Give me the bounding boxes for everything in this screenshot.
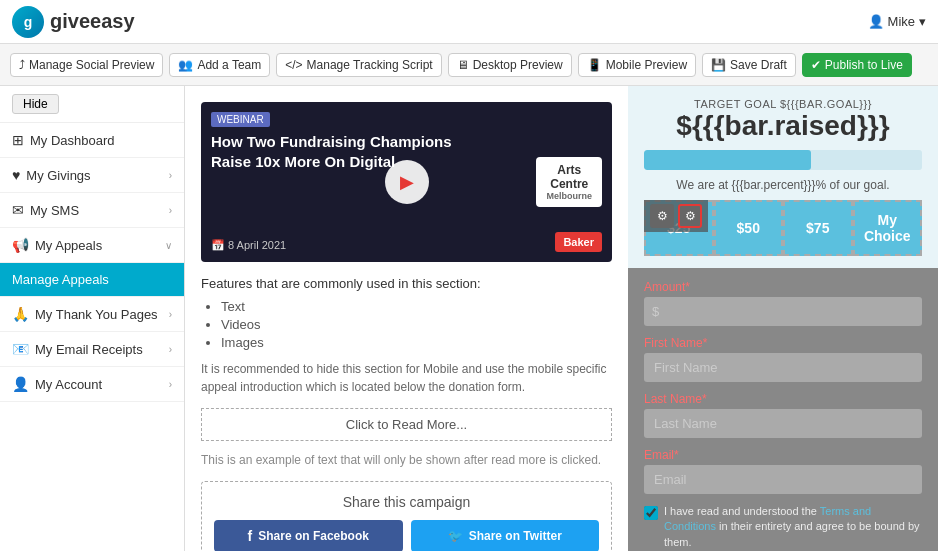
save-label: Save Draft	[730, 58, 787, 72]
amount-label: Amount*	[644, 280, 922, 294]
mobile-icon: 📱	[587, 58, 602, 72]
sidebar-item-appeals[interactable]: 📢 My Appeals ∨	[0, 228, 184, 263]
dollar-sign: $	[644, 297, 667, 326]
features-list: Text Videos Images	[221, 299, 612, 350]
logo-text: giveeasy	[50, 10, 135, 33]
settings-icon-2[interactable]: ⚙	[678, 204, 702, 228]
account-icon: 👤	[12, 376, 29, 392]
mobile-preview-button[interactable]: 📱 Mobile Preview	[578, 53, 696, 77]
appeals-icon: 📢	[12, 237, 29, 253]
sidebar-item-label: My Account	[35, 377, 102, 392]
first-name-group: First Name*	[644, 336, 922, 382]
thank-you-icon: 🙏	[12, 306, 29, 322]
video-logo: Arts Centre Melbourne	[536, 157, 602, 207]
center-content: WEBINAR How Two Fundraising Champions Ra…	[185, 86, 628, 551]
chevron-right-icon: ›	[169, 170, 172, 181]
terms-checkbox[interactable]	[644, 506, 658, 520]
form-section: Amount* $ First Name* Last Name*	[628, 268, 938, 551]
required-star: *	[685, 280, 690, 294]
save-icon: 💾	[711, 58, 726, 72]
action-bar: ⤴ Manage Social Preview 👥 Add a Team </>…	[0, 44, 938, 86]
terms-row: I have read and understood the Terms and…	[644, 504, 922, 550]
publish-button[interactable]: ✔ Publish to Live	[802, 53, 912, 77]
desktop-preview-button[interactable]: 🖥 Desktop Preview	[448, 53, 572, 77]
tracking-button[interactable]: </> Manage Tracking Script	[276, 53, 441, 77]
sidebar-item-label: My Dashboard	[30, 133, 115, 148]
manage-social-button[interactable]: ⤴ Manage Social Preview	[10, 53, 163, 77]
logo-icon: g	[12, 6, 44, 38]
mobile-label: Mobile Preview	[606, 58, 687, 72]
features-title: Features that are commonly used in this …	[201, 276, 612, 291]
sidebar-item-givings[interactable]: ♥ My Givings ›	[0, 158, 184, 193]
hide-section: Hide	[0, 86, 184, 123]
publish-label: Publish to Live	[825, 58, 903, 72]
facebook-icon: f	[248, 528, 253, 544]
progress-bar-fill	[644, 150, 811, 170]
video-container: WEBINAR How Two Fundraising Champions Ra…	[201, 102, 612, 262]
sidebar-item-email-receipts[interactable]: 📧 My Email Receipts ›	[0, 332, 184, 367]
video-play-button[interactable]: ▶	[385, 160, 429, 204]
logo-line3: Melbourne	[546, 191, 592, 201]
first-name-label: First Name*	[644, 336, 922, 350]
hide-button[interactable]: Hide	[12, 94, 59, 114]
email-group: Email*	[644, 448, 922, 494]
sidebar-item-label: My Appeals	[35, 238, 102, 253]
last-name-group: Last Name*	[644, 392, 922, 438]
amount-choice-button[interactable]: My Choice	[853, 200, 923, 256]
sidebar-item-sms[interactable]: ✉ My SMS ›	[0, 193, 184, 228]
save-draft-button[interactable]: 💾 Save Draft	[702, 53, 796, 77]
goal-section: TARGET GOAL ${{{bar.goal}}} ${{{bar.rais…	[628, 86, 938, 268]
last-name-label: Last Name*	[644, 392, 922, 406]
email-input[interactable]	[644, 465, 922, 494]
amount-input[interactable]	[667, 297, 922, 326]
logo-line2: Centre	[550, 177, 588, 191]
last-name-input[interactable]	[644, 409, 922, 438]
read-more-button[interactable]: Click to Read More...	[201, 408, 612, 441]
sidebar-item-account[interactable]: 👤 My Account ›	[0, 367, 184, 402]
desktop-icon: 🖥	[457, 58, 469, 72]
read-more-text: This is an example of text that will onl…	[201, 451, 612, 469]
givings-icon: ♥	[12, 167, 20, 183]
email-icon: 📧	[12, 341, 29, 357]
list-item: Text	[221, 299, 612, 314]
list-item: Images	[221, 335, 612, 350]
list-item: Videos	[221, 317, 612, 332]
settings-icon-1[interactable]: ⚙	[650, 204, 674, 228]
sidebar-item-thank-you[interactable]: 🙏 My Thank You Pages ›	[0, 297, 184, 332]
logo: g giveeasy	[12, 6, 868, 38]
sidebar-item-label: Manage Appeals	[12, 272, 109, 287]
first-name-input[interactable]	[644, 353, 922, 382]
sidebar-item-label: My Email Receipts	[35, 342, 143, 357]
dashboard-icon: ⊞	[12, 132, 24, 148]
add-team-button[interactable]: 👥 Add a Team	[169, 53, 270, 77]
twitter-icon: 🐦	[448, 529, 463, 543]
sms-icon: ✉	[12, 202, 24, 218]
team-icon: 👥	[178, 58, 193, 72]
progress-bar-container	[644, 150, 922, 170]
top-bar: g giveeasy 👤 Mike ▾	[0, 0, 938, 44]
share-section: Share this campaign f Share on Facebook …	[201, 481, 612, 551]
terms-text: I have read and understood the Terms and…	[664, 504, 922, 550]
share-title: Share this campaign	[214, 494, 599, 510]
logo-line1: Arts	[557, 163, 581, 177]
user-menu[interactable]: 👤 Mike ▾	[868, 14, 926, 29]
goal-label: TARGET GOAL ${{{bar.goal}}}	[644, 98, 922, 110]
add-team-label: Add a Team	[197, 58, 261, 72]
user-icon: 👤	[868, 14, 884, 29]
facebook-label: Share on Facebook	[258, 529, 369, 543]
video-sponsor: Baker	[555, 232, 602, 252]
sidebar-item-label: My Thank You Pages	[35, 307, 158, 322]
twitter-share-button[interactable]: 🐦 Share on Twitter	[411, 520, 600, 551]
donation-amounts: $25 $50 $75 My Choice ⚙ ⚙	[644, 200, 922, 256]
sidebar-item-manage-appeals[interactable]: Manage Appeals	[0, 263, 184, 297]
chevron-right-icon: ›	[169, 379, 172, 390]
user-dropdown-icon: ▾	[919, 14, 926, 29]
publish-icon: ✔	[811, 58, 821, 72]
sidebar-item-dashboard[interactable]: ⊞ My Dashboard	[0, 123, 184, 158]
amount-75-button[interactable]: $75	[783, 200, 853, 256]
code-icon: </>	[285, 58, 302, 72]
amount-50-button[interactable]: $50	[714, 200, 784, 256]
right-panel: TARGET GOAL ${{{bar.goal}}} ${{{bar.rais…	[628, 86, 938, 551]
amount-field-group: Amount* $	[644, 280, 922, 326]
facebook-share-button[interactable]: f Share on Facebook	[214, 520, 403, 551]
